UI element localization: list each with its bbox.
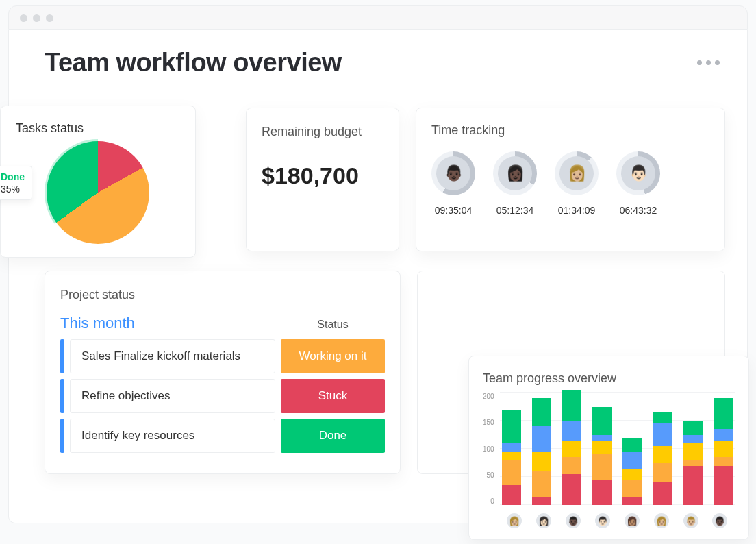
chart-bar[interactable] bbox=[714, 398, 733, 505]
tracker-time: 05:12:34 bbox=[496, 205, 534, 216]
avatar: 👩🏿 bbox=[498, 156, 532, 190]
row-accent-bar bbox=[60, 339, 64, 373]
tracker-time: 09:35:04 bbox=[435, 205, 473, 216]
chart-bar[interactable] bbox=[653, 412, 672, 505]
avatar-progress-ring: 👩🏼 bbox=[555, 151, 598, 195]
task-status-chip[interactable]: Stuck bbox=[281, 379, 385, 413]
avatar: 👩🏼 bbox=[559, 156, 594, 190]
chart-bar[interactable] bbox=[683, 421, 703, 505]
chart-member-avatar[interactable]: 👨🏿 bbox=[711, 512, 729, 530]
task-name[interactable]: Identify key resources bbox=[70, 419, 275, 453]
chart-member-avatar[interactable]: 👨🏼 bbox=[682, 512, 700, 530]
project-task-row[interactable]: Refine objectives Stuck bbox=[60, 379, 385, 413]
page-title: Team workflow overview bbox=[45, 48, 342, 77]
task-status-chip[interactable]: Done bbox=[281, 419, 385, 453]
project-task-row[interactable]: Sales Finalize kickoff materials Working… bbox=[60, 339, 385, 373]
team-progress-title: Team progress overview bbox=[483, 371, 735, 386]
more-options-button[interactable] bbox=[697, 60, 725, 65]
tasks-status-card[interactable]: Tasks status Done 35% bbox=[0, 106, 196, 258]
avatar-progress-ring: 👩🏿 bbox=[493, 151, 537, 195]
chart-member-avatar[interactable]: 👩🏻 bbox=[535, 512, 553, 530]
time-tracking-title: Time tracking bbox=[431, 123, 709, 138]
browser-chrome bbox=[8, 5, 748, 30]
avatar: 👨🏿 bbox=[436, 156, 470, 190]
time-tracker-member[interactable]: 👩🏿 05:12:34 bbox=[493, 151, 537, 216]
budget-value: $180,700 bbox=[262, 162, 383, 189]
project-status-card[interactable]: Project status This month Status Sales F… bbox=[45, 271, 401, 474]
chart-member-avatar[interactable]: 👩🏼 bbox=[653, 512, 670, 530]
tracker-time: 06:43:32 bbox=[620, 205, 657, 216]
remaining-budget-card[interactable]: Remaining budget $180,700 bbox=[246, 108, 399, 251]
chart-member-avatar[interactable]: 👨🏻 bbox=[594, 512, 612, 530]
window-control-dot bbox=[46, 14, 53, 22]
row-accent-bar bbox=[60, 379, 64, 413]
chart-bar[interactable] bbox=[622, 438, 642, 505]
tasks-status-pie-chart[interactable] bbox=[47, 141, 149, 244]
chart-y-axis: 200150100500 bbox=[483, 393, 494, 530]
chart-bar[interactable] bbox=[532, 398, 551, 505]
pie-tooltip-label: Done bbox=[1, 171, 25, 183]
time-tracker-member[interactable]: 👨🏻 06:43:32 bbox=[616, 151, 660, 216]
pie-tooltip-percent: 35% bbox=[1, 183, 25, 195]
chart-member-avatar[interactable]: 👩🏼 bbox=[505, 512, 523, 530]
chart-bar[interactable] bbox=[592, 407, 612, 505]
avatar: 👨🏻 bbox=[621, 156, 655, 190]
project-task-row[interactable]: Identify key resources Done bbox=[60, 419, 385, 453]
team-progress-card[interactable]: Team progress overview 200150100500 👩🏼👩🏻… bbox=[468, 356, 749, 540]
project-status-title: Project status bbox=[60, 288, 385, 302]
row-accent-bar bbox=[60, 419, 64, 453]
pie-tooltip: Done 35% bbox=[0, 166, 32, 200]
time-tracker-member[interactable]: 👨🏿 09:35:04 bbox=[431, 151, 475, 216]
chart-member-avatar[interactable]: 👨🏿 bbox=[564, 512, 582, 530]
budget-title: Remaining budget bbox=[262, 125, 383, 139]
time-tracker-member[interactable]: 👩🏼 01:34:09 bbox=[555, 151, 598, 216]
tasks-status-title: Tasks status bbox=[16, 121, 180, 136]
team-progress-chart[interactable]: 👩🏼👩🏻👨🏿👨🏻👩🏽👩🏼👨🏼👨🏿 bbox=[500, 393, 735, 530]
task-name[interactable]: Refine objectives bbox=[70, 379, 275, 413]
time-tracking-card[interactable]: Time tracking 👨🏿 09:35:04 👩🏿 05:12:34 👩🏼… bbox=[416, 108, 725, 251]
chart-bar[interactable] bbox=[502, 410, 521, 505]
status-column-header: Status bbox=[281, 319, 385, 331]
task-status-chip[interactable]: Working on it bbox=[281, 339, 385, 373]
avatar-progress-ring: 👨🏻 bbox=[616, 151, 660, 195]
window-control-dot bbox=[33, 14, 40, 22]
chart-bar[interactable] bbox=[562, 390, 581, 505]
window-control-dot bbox=[20, 14, 27, 22]
project-period-label[interactable]: This month bbox=[60, 314, 135, 332]
chart-member-avatar[interactable]: 👩🏽 bbox=[623, 512, 641, 530]
avatar-progress-ring: 👨🏿 bbox=[431, 151, 475, 195]
task-name[interactable]: Sales Finalize kickoff materials bbox=[70, 339, 275, 373]
tracker-time: 01:34:09 bbox=[558, 205, 596, 216]
